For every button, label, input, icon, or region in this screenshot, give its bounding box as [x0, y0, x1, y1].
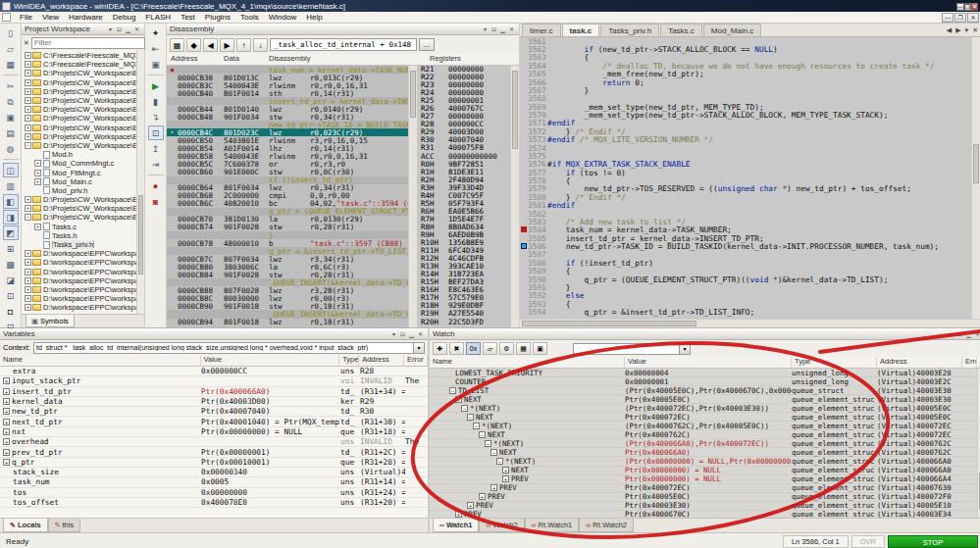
add-watch-icon[interactable]: ✚: [433, 342, 447, 355]
registers-list[interactable]: R2100000000R2200000000R2300000000R240000…: [417, 66, 510, 327]
pin-icon[interactable]: ⊡: [490, 25, 498, 34]
expander-icon[interactable]: +: [502, 467, 509, 473]
expander-icon[interactable]: +: [3, 438, 10, 445]
tab-watch1[interactable]: ∞Watch1: [433, 519, 479, 532]
mdi-close-button[interactable]: ✕: [967, 13, 979, 23]
expander-icon[interactable]: −: [25, 214, 31, 221]
expander-icon[interactable]: +: [455, 511, 462, 518]
paste-icon[interactable]: ▣: [3, 110, 19, 125]
menu-view[interactable]: View: [37, 12, 64, 24]
tree-item[interactable]: +Mod_CommMngt.c: [22, 159, 136, 168]
menu-flash[interactable]: FLASH: [140, 12, 176, 24]
variables-view-icon[interactable]: ⊞: [3, 241, 19, 256]
tree-item[interactable]: +D:\workspace\EPPC\workspac: [22, 258, 136, 267]
breakpoint-icon[interactable]: ◙: [148, 194, 164, 209]
minimize-button[interactable]: —: [956, 3, 964, 11]
expander-icon[interactable]: −: [461, 405, 468, 412]
tab-locals[interactable]: ✎Locals: [3, 519, 48, 532]
float-icon[interactable]: ▁: [498, 25, 507, 34]
pin-icon[interactable]: ⊡: [398, 329, 407, 339]
code-line[interactable]: 3574: [520, 144, 971, 152]
pin-icon[interactable]: ⊡: [955, 329, 964, 339]
expander-icon[interactable]: −: [485, 440, 491, 447]
chevron-down-icon[interactable]: ▾: [106, 25, 115, 34]
attach-icon[interactable]: ▣: [148, 57, 164, 72]
run-icon[interactable]: ▶: [148, 78, 164, 93]
watch-view-icon[interactable]: ◩: [3, 225, 19, 240]
expander-icon[interactable]: −: [496, 458, 503, 465]
table-row[interactable]: +kernel_dataPtr(0x40003D00)kerR29: [0, 397, 428, 407]
table-row[interactable]: +new_td_ptrPtr(0x40007040)td_R30: [0, 407, 428, 417]
tab-close-icon[interactable]: ✕: [970, 24, 980, 36]
tree-item[interactable]: +D:\Projets\CW_Workspace\EM: [22, 195, 136, 204]
float-icon[interactable]: ▁: [964, 329, 973, 339]
table-row[interactable]: +q_ptrPtr(0x00010001)que(R31+28) =: [0, 458, 428, 468]
back-icon[interactable]: ◀: [203, 38, 218, 52]
tree-item[interactable]: Mod.h: [22, 150, 136, 159]
tab-symbols[interactable]: ▣ Symbols: [26, 315, 75, 327]
expander-icon[interactable]: +: [34, 224, 41, 230]
maximize-button[interactable]: ❐: [964, 3, 971, 11]
expander-icon[interactable]: +: [25, 97, 31, 104]
tree-item[interactable]: +C:\Freescale\Freescale_MQX_: [22, 60, 136, 69]
close-icon[interactable]: ✕: [507, 25, 516, 34]
terminal-view-icon[interactable]: ⊡: [3, 288, 19, 303]
stop-button[interactable]: STOP: [888, 535, 978, 548]
project-tree-scrollbar[interactable]: [136, 50, 144, 314]
tree-item[interactable]: +D:\Projets\CW_Workspace\EM: [22, 132, 136, 141]
close-icon[interactable]: ✕: [973, 329, 980, 339]
down-icon[interactable]: ↓: [253, 38, 268, 52]
expander-icon[interactable]: +: [490, 484, 497, 491]
new-file-icon[interactable]: ▯: [3, 25, 19, 40]
disassembly-listing[interactable]: ●task_num = kernel_data->TASK_NUMBER;000…: [167, 66, 408, 327]
browse-button[interactable]: …: [419, 38, 435, 51]
tree-item[interactable]: +D:\Projets\CW_Workspace\EM: [22, 96, 136, 105]
watch-expression-combo[interactable]: ▾: [573, 343, 691, 355]
profiler-view-icon[interactable]: ◘: [3, 304, 19, 319]
code-line[interactable]: 3594 q_ptr = &insert_td_ptr->TD_LIST_INF…: [520, 308, 971, 316]
copy-icon[interactable]: ⧉: [3, 94, 19, 109]
table-row[interactable]: +nxtPtr(0x00000000) = NULLque(R31+18) =: [0, 427, 428, 437]
expander-icon[interactable]: +: [25, 196, 31, 203]
expander-icon[interactable]: +: [3, 428, 10, 435]
expander-icon[interactable]: +: [25, 205, 31, 212]
expander-icon[interactable]: +: [25, 125, 31, 131]
tree-item[interactable]: +Mod_FltMngt.c: [22, 168, 136, 176]
expander-icon[interactable]: +: [3, 449, 10, 456]
chevron-down-icon[interactable]: ▾: [389, 329, 398, 339]
tab-prev-icon[interactable]: ◀: [945, 24, 954, 36]
table-row[interactable]: +next_td_ptrPtr(0x40001040) = Ptr(MQX_te…: [0, 417, 428, 426]
table-row[interactable]: tos_offset0x400078E0uns(R31+20) =: [0, 498, 428, 508]
expander-icon[interactable]: +: [3, 419, 10, 425]
tree-item[interactable]: +Mod_Main.c: [22, 177, 136, 186]
tree-item[interactable]: Tasks.h: [22, 231, 136, 240]
table-row[interactable]: +PREVPtr(0x4000670C)queue_element_struc(…: [430, 511, 977, 518]
expander-icon[interactable]: −: [449, 387, 456, 394]
table-row[interactable]: extra0x000000CCunsR28: [0, 367, 428, 376]
close-button[interactable]: ✕: [971, 3, 978, 11]
code-line[interactable]: 3581#endif: [520, 202, 971, 210]
hex-toggle-icon[interactable]: 0x: [466, 342, 481, 355]
tree-item[interactable]: +D:\Projets\CW_Workspace\EM: [22, 87, 136, 96]
tree-item[interactable]: +D:\Projets\CW_Workspace\EM: [22, 204, 136, 213]
open-folder-icon[interactable]: ▱: [3, 41, 19, 56]
chevron-down-icon[interactable]: ▾: [413, 343, 424, 353]
tab-rt-watch2[interactable]: ∞Rt.Watch2: [579, 519, 634, 532]
save-icon[interactable]: ▦: [3, 57, 19, 72]
run-until-icon[interactable]: ⇥: [148, 157, 164, 172]
code-line[interactable]: 3573#endif /* MQX_LITE_VERSION_NUMBER */: [520, 136, 971, 144]
tab-tasks_priv-h[interactable]: Tasks_priv.h: [600, 24, 659, 36]
table-row[interactable]: stack_size0x00000340uns(Virtual)40: [0, 468, 428, 477]
menu-debug[interactable]: Debug: [108, 12, 141, 24]
tree-item[interactable]: +D:\Projets\CW_Workspace\EM: [22, 69, 136, 77]
tree-item[interactable]: +D:\workspace\EPPC\workspac: [22, 268, 136, 276]
registers-scrollbar[interactable]: [510, 66, 519, 327]
watch-grid[interactable]: LOWEST_TASK_PRIORITY0x00000004unsigned_l…: [430, 369, 977, 518]
disassembly-scrollbar[interactable]: [408, 66, 417, 327]
tree-item[interactable]: Tasks_priv.h: [22, 240, 136, 249]
expander-icon[interactable]: −: [479, 431, 486, 438]
table-row[interactable]: +overheadunsINVALIDThe: [0, 437, 428, 447]
stop-icon[interactable]: ●: [148, 178, 164, 193]
menu-file[interactable]: File: [15, 12, 37, 24]
expander-icon[interactable]: +: [3, 388, 10, 395]
